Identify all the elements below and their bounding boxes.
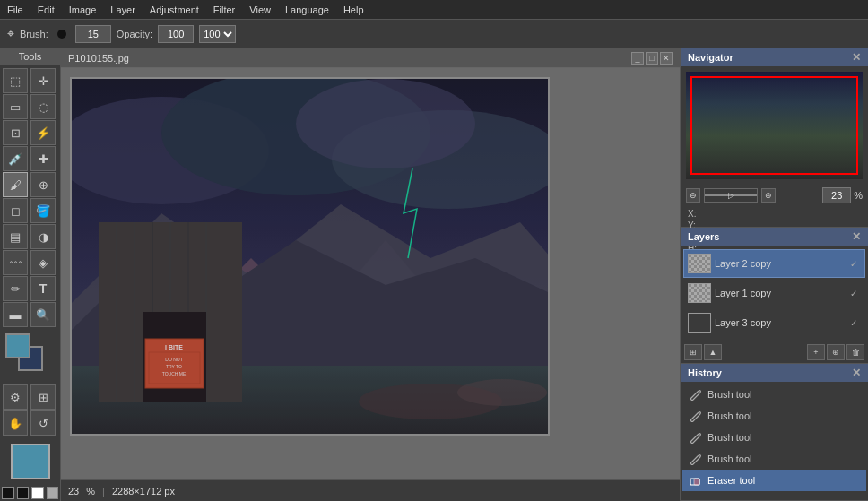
- history-brush-icon-0: [688, 387, 702, 402]
- gray-swatch[interactable]: [47, 487, 59, 499]
- black-swatch2[interactable]: [17, 487, 30, 499]
- canvas-maximize-btn[interactable]: □: [646, 52, 658, 65]
- tool-rotate[interactable]: ↺: [30, 410, 56, 436]
- brush-size-input[interactable]: [75, 25, 111, 43]
- layer-item-2[interactable]: Layer 3 copy ✓: [683, 308, 865, 337]
- tool-hand[interactable]: ✋: [3, 410, 28, 436]
- canvas-statusbar: 23 % | 2288×1712 px: [61, 479, 680, 501]
- tool-crop[interactable]: ⊡: [3, 120, 28, 145]
- menu-layer[interactable]: Layer: [103, 3, 143, 17]
- tool-move[interactable]: ✛: [30, 68, 56, 93]
- layer-item-0[interactable]: Layer 2 copy ✓: [683, 249, 865, 278]
- layer-blend-btn[interactable]: ⊞: [684, 344, 702, 360]
- history-item-label-3: Brush tool: [707, 453, 752, 464]
- nav-controls: ⊖ ▷ ⊕ %: [681, 185, 868, 206]
- nav-red-box: [690, 76, 858, 175]
- tool-heal[interactable]: ✚: [30, 146, 56, 171]
- layer-up-btn[interactable]: ▲: [704, 344, 722, 360]
- tool-magic-wand[interactable]: ⚡: [30, 120, 56, 145]
- navigator-panel: Navigator ✕ ⊖ ▷ ⊕ % X: Y:: [681, 48, 868, 228]
- opacity-input[interactable]: [158, 25, 194, 43]
- tool-clone[interactable]: ⊕: [30, 172, 56, 197]
- tool-eyedropper[interactable]: 💉: [3, 146, 28, 171]
- opacity-dropdown[interactable]: 100: [199, 25, 236, 43]
- nav-zoom-out-icon[interactable]: ⊖: [686, 188, 700, 203]
- canvas-titlebar: P1010155.jpg _ □ ✕: [61, 48, 680, 68]
- history-title: History: [688, 367, 722, 378]
- tool-pen[interactable]: ✏: [3, 276, 28, 301]
- tool-rect-select[interactable]: ▭: [3, 94, 28, 119]
- history-item-label-2: Brush tool: [707, 432, 752, 443]
- white-swatch[interactable]: [31, 487, 44, 499]
- history-panel: History ✕ Brush tool Brush tool: [681, 364, 868, 501]
- layer-visibility-0[interactable]: ✓: [846, 256, 861, 271]
- menu-image[interactable]: Image: [62, 3, 104, 17]
- tools-grid-bottom: ⚙ ⊞ ✋ ↺: [0, 382, 60, 438]
- history-item-label-4: Eraser tool: [707, 475, 755, 486]
- tool-zoom[interactable]: 🔍: [30, 302, 56, 327]
- foreground-color-swatch[interactable]: [5, 333, 30, 358]
- layer-thumb-0: [688, 254, 711, 273]
- menu-filter[interactable]: Filter: [206, 3, 242, 17]
- nav-zoom-in-icon[interactable]: ⊕: [761, 188, 776, 203]
- tool-smudge[interactable]: 〰: [3, 250, 28, 275]
- canvas-close-btn[interactable]: ✕: [660, 52, 673, 65]
- canvas-minimize-btn[interactable]: _: [631, 52, 644, 65]
- tools-grid: ⬚ ✛ ▭ ◌ ⊡ ⚡ 💉 ✚ 🖌 ⊕ ◻ 🪣 ▤ ◑ 〰 ◈ ✏ T ▬ 🔍: [0, 65, 60, 330]
- history-brush-icon-3: [688, 452, 702, 466]
- tools-header: Tools: [0, 48, 60, 65]
- navigator-header: Navigator ✕: [681, 48, 868, 66]
- navigator-close-btn[interactable]: ✕: [852, 51, 861, 64]
- canvas-color-preview[interactable]: [11, 444, 50, 479]
- layers-close-btn[interactable]: ✕: [852, 230, 861, 243]
- nav-icon-group: ⊖ ▷ ⊕: [686, 188, 776, 203]
- history-item-4[interactable]: Eraser tool: [682, 470, 866, 491]
- status-separator: |: [102, 486, 105, 497]
- canvas-image[interactable]: I BITE DO NOT TRY TO TOUCH ME: [70, 77, 550, 436]
- menu-adjustment[interactable]: Adjustment: [143, 3, 206, 17]
- history-brush-icon-2: [688, 430, 702, 445]
- layer-name-2: Layer 3 copy: [715, 317, 843, 328]
- layer-copy-btn[interactable]: ⊕: [827, 344, 845, 360]
- menu-help[interactable]: Help: [336, 3, 371, 17]
- tool-gradient[interactable]: ▤: [3, 224, 28, 249]
- history-eraser-icon-4: [688, 473, 702, 488]
- nav-zoom-slider[interactable]: ▷: [704, 188, 758, 203]
- history-item-label-1: Brush tool: [707, 410, 752, 421]
- svg-rect-32: [72, 79, 550, 436]
- tool-eraser[interactable]: ◻: [3, 198, 28, 223]
- layer-visibility-2[interactable]: ✓: [846, 315, 861, 330]
- opacity-label: Opacity:: [117, 29, 152, 39]
- history-item-0[interactable]: Brush tool: [682, 384, 866, 405]
- canvas-wrapper[interactable]: I BITE DO NOT TRY TO TOUCH ME: [61, 68, 680, 479]
- menu-edit[interactable]: Edit: [30, 3, 62, 17]
- layer-visibility-1[interactable]: ✓: [846, 286, 861, 300]
- menu-file[interactable]: File: [0, 3, 30, 17]
- black-swatch[interactable]: [2, 487, 14, 499]
- history-item-1[interactable]: Brush tool: [682, 405, 866, 427]
- svg-rect-34: [694, 479, 699, 485]
- nav-zoom-input[interactable]: [822, 187, 851, 203]
- history-close-btn[interactable]: ✕: [852, 367, 861, 379]
- tool-extra2[interactable]: ⊞: [30, 384, 56, 410]
- layers-toolbar: ⊞ ▲ + ⊕ 🗑: [681, 341, 868, 363]
- tool-select[interactable]: ⬚: [3, 68, 28, 93]
- tool-text[interactable]: T: [30, 276, 56, 301]
- tool-lasso[interactable]: ◌: [30, 94, 56, 119]
- tool-extra1[interactable]: ⚙: [3, 384, 28, 410]
- menu-language[interactable]: Language: [278, 3, 336, 17]
- layer-new-btn[interactable]: +: [807, 344, 825, 360]
- layer-delete-btn[interactable]: 🗑: [846, 344, 864, 360]
- menu-bar: File Edit Image Layer Adjustment Filter …: [0, 0, 868, 20]
- tool-shape[interactable]: ▬: [3, 302, 28, 327]
- color-swatches: [5, 333, 55, 375]
- history-header: History ✕: [681, 364, 868, 382]
- tool-sharpen[interactable]: ◈: [30, 250, 56, 275]
- history-item-2[interactable]: Brush tool: [682, 427, 866, 448]
- layers-header: Layers ✕: [681, 228, 868, 246]
- tool-dodge[interactable]: ◑: [30, 224, 56, 249]
- history-item-3[interactable]: Brush tool: [682, 448, 866, 470]
- tool-fill[interactable]: 🪣: [30, 198, 56, 223]
- menu-view[interactable]: View: [242, 3, 278, 17]
- layer-item-1[interactable]: Layer 1 copy ✓: [683, 279, 865, 307]
